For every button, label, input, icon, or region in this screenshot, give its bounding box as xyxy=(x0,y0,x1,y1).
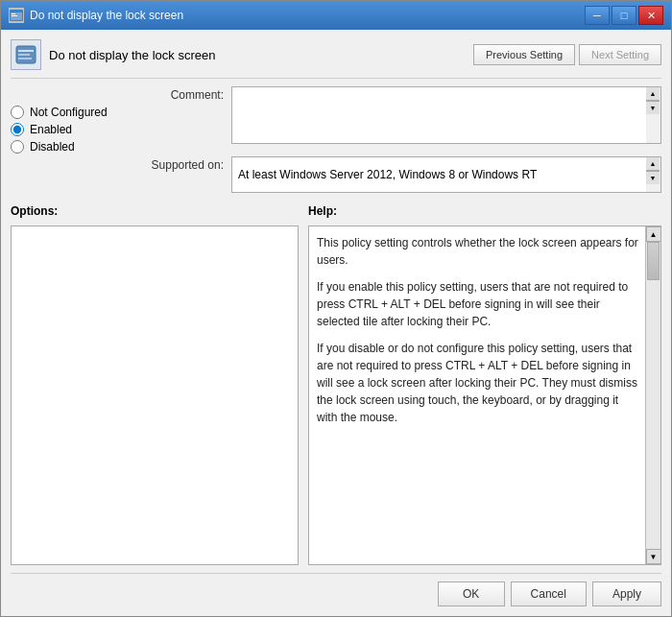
help-header: Help: xyxy=(308,204,337,218)
options-header: Options: xyxy=(11,204,58,218)
supported-row: Supported on: At least Windows Server 20… xyxy=(147,156,661,193)
disabled-label: Disabled xyxy=(30,140,75,154)
disabled-option: Disabled xyxy=(11,140,135,154)
comment-container: ▲ ▼ xyxy=(231,86,661,147)
comment-scrollbar: ▲ ▼ xyxy=(646,86,661,144)
not-configured-option: Not Configured xyxy=(11,106,135,119)
disabled-radio[interactable] xyxy=(11,140,24,154)
help-para-1: This policy setting controls whether the… xyxy=(317,234,641,269)
svg-rect-5 xyxy=(18,50,34,52)
header-row: Do not display the lock screen Previous … xyxy=(11,39,661,79)
options-header-wrapper: Options: xyxy=(11,204,299,218)
help-header-wrapper: Help: xyxy=(308,204,661,218)
help-content-wrapper: This policy setting controls whether the… xyxy=(308,225,661,565)
ok-button[interactable]: OK xyxy=(438,581,505,606)
scroll-thumb[interactable] xyxy=(647,242,660,280)
help-para-3: If you disable or do not configure this … xyxy=(317,340,641,426)
window-icon xyxy=(9,8,24,23)
next-setting-button[interactable]: Next Setting xyxy=(579,44,661,65)
main-panels: This policy setting controls whether the… xyxy=(11,225,661,565)
navigation-buttons: Previous Setting Next Setting xyxy=(473,44,661,65)
supported-label: Supported on: xyxy=(147,156,224,172)
enabled-option: Enabled xyxy=(11,123,135,136)
supported-wrapper: At least Windows Server 2012, Windows 8 … xyxy=(231,156,661,193)
title-bar-left: Do not display the lock screen xyxy=(9,8,183,23)
right-panel: Comment: ▲ ▼ Supported on: At least xyxy=(147,86,661,197)
policy-icon xyxy=(11,39,41,70)
window-controls: ─ □ ✕ xyxy=(585,6,663,25)
help-text: This policy setting controls whether the… xyxy=(309,226,660,564)
footer: OK Cancel Apply xyxy=(11,573,661,606)
cancel-button[interactable]: Cancel xyxy=(511,581,587,606)
help-scrollbar: ▲ ▼ xyxy=(645,226,660,564)
enabled-radio[interactable] xyxy=(11,123,24,136)
svg-rect-7 xyxy=(18,58,32,59)
panel-labels: Options: Help: xyxy=(11,204,661,218)
header-left: Do not display the lock screen xyxy=(11,39,215,70)
svg-rect-2 xyxy=(12,13,15,14)
help-panel: This policy setting controls whether the… xyxy=(308,225,661,565)
help-para-2: If you enable this policy setting, users… xyxy=(317,278,641,330)
title-bar: Do not display the lock screen ─ □ ✕ xyxy=(1,1,671,30)
main-window: Do not display the lock screen ─ □ ✕ Do xyxy=(0,0,672,617)
window-title: Do not display the lock screen xyxy=(30,9,183,22)
scroll-up-arrow[interactable]: ▲ xyxy=(646,226,661,242)
close-button[interactable]: ✕ xyxy=(638,6,663,25)
comment-label: Comment: xyxy=(147,86,224,102)
svg-rect-6 xyxy=(18,54,30,56)
comment-row: Comment: ▲ ▼ xyxy=(147,86,661,147)
supported-scrollbar: ▲ ▼ xyxy=(646,156,661,193)
policy-title: Do not display the lock screen xyxy=(49,48,215,62)
content-area: Do not display the lock screen Previous … xyxy=(1,30,671,616)
enabled-label: Enabled xyxy=(30,123,72,136)
scroll-down-arrow[interactable]: ▼ xyxy=(646,549,661,564)
form-section: Not Configured Enabled Disabled Comment: xyxy=(11,86,661,197)
options-panel xyxy=(11,225,299,565)
supported-value: At least Windows Server 2012, Windows 8 … xyxy=(231,156,661,193)
restore-button[interactable]: □ xyxy=(612,6,636,25)
not-configured-radio[interactable] xyxy=(11,106,24,119)
svg-rect-3 xyxy=(12,15,17,16)
radio-group: Not Configured Enabled Disabled xyxy=(11,86,135,154)
minimize-button[interactable]: ─ xyxy=(585,6,610,25)
not-configured-label: Not Configured xyxy=(30,106,108,119)
scroll-track xyxy=(646,242,660,549)
config-options: Not Configured Enabled Disabled xyxy=(11,86,135,197)
previous-setting-button[interactable]: Previous Setting xyxy=(473,44,575,65)
apply-button[interactable]: Apply xyxy=(592,581,661,606)
comment-textarea[interactable] xyxy=(231,86,661,144)
options-box xyxy=(11,225,299,565)
